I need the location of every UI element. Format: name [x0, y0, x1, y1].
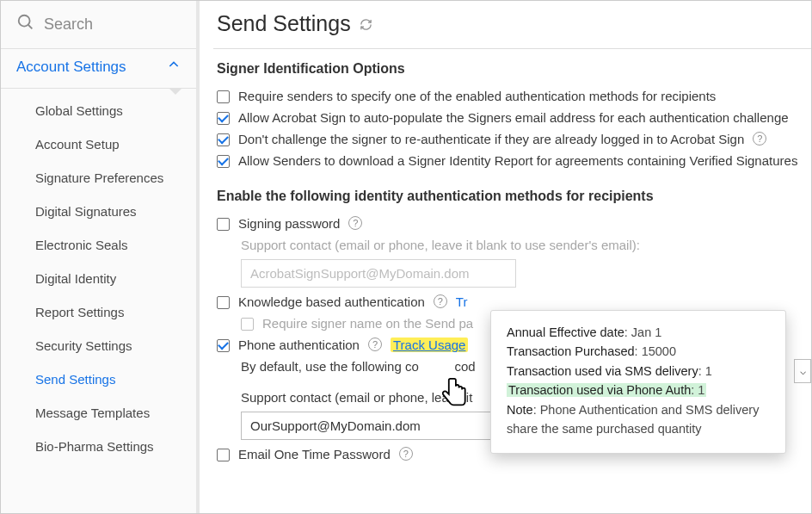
- help-icon[interactable]: ?: [399, 447, 413, 461]
- help-icon[interactable]: ?: [348, 216, 362, 230]
- refresh-icon[interactable]: [360, 11, 372, 36]
- sidebar-item-account-setup[interactable]: Account Setup: [1, 127, 196, 161]
- sidebar-item-digital-identity[interactable]: Digital Identity: [1, 262, 196, 295]
- checkbox-autopopulate-email[interactable]: [217, 112, 230, 125]
- svg-line-1: [28, 25, 33, 29]
- tooltip-effective-date-val: : Jan 1: [624, 325, 662, 339]
- sidebar-item-signature-preferences[interactable]: Signature Preferences: [1, 161, 196, 195]
- sidebar-section-account-settings[interactable]: Account Settings: [1, 48, 196, 89]
- tooltip-phone-used-key: Transaction used via Phone Auth: [508, 383, 691, 397]
- search-placeholder: Search: [44, 15, 93, 34]
- link-track-usage[interactable]: Track Usage: [391, 338, 468, 352]
- sidebar-item-electronic-seals[interactable]: Electronic Seals: [1, 228, 196, 262]
- label-download-identity-report: Allow Senders to download a Signer Ident…: [238, 153, 797, 168]
- group-title-signer-id: Signer Identification Options: [217, 61, 811, 77]
- pointer-cursor-icon: [440, 375, 471, 413]
- checkbox-download-identity-report[interactable]: [217, 155, 230, 168]
- label-autopopulate-email: Allow Acrobat Sign to auto-populate the …: [238, 110, 789, 125]
- sidebar-nav: Global Settings Account Setup Signature …: [1, 89, 196, 468]
- label-support-contact-2: Support contact (email or phone, leave i…: [241, 390, 472, 405]
- signer-id-options: Signer Identification Options Require se…: [217, 61, 811, 171]
- checkbox-phone-auth[interactable]: [217, 339, 230, 352]
- chevron-up-icon: [167, 58, 181, 76]
- tooltip-phone-used-val: : 1: [691, 383, 704, 397]
- sidebar-item-global-settings[interactable]: Global Settings: [1, 94, 196, 127]
- search-icon: [16, 13, 35, 36]
- sidebar: Search Account Settings Global Settings …: [1, 1, 200, 513]
- label-phone-auth: Phone authentication: [238, 338, 360, 352]
- help-icon[interactable]: ?: [753, 132, 766, 146]
- page-title: Send Settings: [217, 11, 811, 45]
- help-icon[interactable]: ?: [434, 294, 447, 308]
- label-email-otp: Email One Time Password: [238, 447, 391, 461]
- tooltip-purchased-val: : 15000: [635, 344, 676, 358]
- sidebar-item-digital-signatures[interactable]: Digital Signatures: [1, 195, 196, 228]
- tooltip-sms-used-val: : 1: [698, 364, 712, 378]
- help-icon[interactable]: ?: [368, 338, 382, 351]
- select-country-code[interactable]: ⌵: [794, 359, 811, 383]
- sidebar-section-label: Account Settings: [16, 59, 126, 76]
- checkbox-require-auth[interactable]: [217, 90, 230, 103]
- sidebar-item-security-settings[interactable]: Security Settings: [1, 329, 196, 362]
- group-title-auth-methods: Enable the following identity authentica…: [217, 189, 811, 204]
- label-require-auth: Require senders to specify one of the en…: [238, 89, 716, 103]
- checkbox-signing-password[interactable]: [217, 218, 230, 231]
- checkbox-kba[interactable]: [217, 296, 230, 309]
- sidebar-item-message-templates[interactable]: Message Templates: [1, 396, 196, 430]
- page-title-text: Send Settings: [217, 11, 351, 36]
- tooltip-purchased-key: Transaction Purchased: [507, 344, 635, 358]
- link-kba-track[interactable]: Tr: [456, 294, 468, 309]
- tooltip-note-key: Note: [507, 403, 533, 417]
- sidebar-item-send-settings[interactable]: Send Settings: [1, 362, 196, 396]
- input-support-contact[interactable]: [241, 412, 516, 440]
- input-support-contact-disabled: [241, 259, 516, 288]
- checkbox-no-rechallenge[interactable]: [217, 133, 230, 146]
- label-support-contact-hint: Support contact (email or phone, leave i…: [241, 238, 640, 252]
- label-kba: Knowledge based authentication: [238, 294, 425, 309]
- label-default-country-code: By default, use the following coxxxxx co…: [241, 359, 476, 374]
- tooltip-sms-used-key: Transaction used via SMS delivery: [507, 364, 698, 378]
- label-no-rechallenge: Don't challenge the signer to re-authent…: [238, 132, 744, 146]
- checkbox-require-signer-name: [241, 318, 254, 331]
- svg-point-0: [19, 15, 30, 27]
- track-usage-tooltip: Annual Effective date: Jan 1 Transaction…: [490, 310, 786, 454]
- search-box[interactable]: Search: [1, 1, 196, 48]
- label-require-signer-name: Require signer name on the Send pa: [262, 316, 473, 331]
- checkbox-email-otp[interactable]: [217, 449, 230, 461]
- tooltip-note-val: : Phone Authentication and SMS delivery …: [507, 403, 759, 436]
- sidebar-item-bio-pharma-settings[interactable]: Bio-Pharma Settings: [1, 430, 196, 463]
- sidebar-item-report-settings[interactable]: Report Settings: [1, 295, 196, 329]
- label-signing-password: Signing password: [238, 216, 340, 231]
- tooltip-effective-date-key: Annual Effective date: [507, 325, 624, 339]
